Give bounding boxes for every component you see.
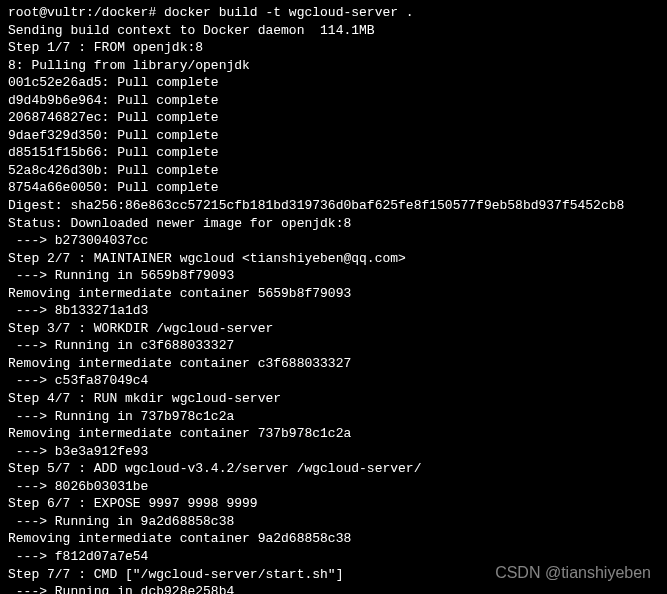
output-line: ---> 8026b03031be bbox=[8, 478, 659, 496]
output-line: 8: Pulling from library/openjdk bbox=[8, 57, 659, 75]
output-line: Removing intermediate container 9a2d6885… bbox=[8, 530, 659, 548]
output-line: Removing intermediate container 5659b8f7… bbox=[8, 285, 659, 303]
output-line: ---> Running in 737b978c1c2a bbox=[8, 408, 659, 426]
output-line: ---> Running in c3f688033327 bbox=[8, 337, 659, 355]
output-line: 9daef329d350: Pull complete bbox=[8, 127, 659, 145]
output-line: 52a8c426d30b: Pull complete bbox=[8, 162, 659, 180]
output-line: Step 5/7 : ADD wgcloud-v3.4.2/server /wg… bbox=[8, 460, 659, 478]
command-text: docker build -t wgcloud-server . bbox=[164, 5, 414, 20]
output-line: ---> Running in dcb928e258b4 bbox=[8, 583, 659, 594]
output-line: Status: Downloaded newer image for openj… bbox=[8, 215, 659, 233]
output-line: ---> b273004037cc bbox=[8, 232, 659, 250]
output-line: Step 3/7 : WORKDIR /wgcloud-server bbox=[8, 320, 659, 338]
output-line: Removing intermediate container c3f68803… bbox=[8, 355, 659, 373]
terminal-output[interactable]: root@vultr:/docker# docker build -t wgcl… bbox=[8, 4, 659, 594]
output-line: d85151f15b66: Pull complete bbox=[8, 144, 659, 162]
output-line: Digest: sha256:86e863cc57215cfb181bd3197… bbox=[8, 197, 659, 215]
output-line: Removing intermediate container 737b978c… bbox=[8, 425, 659, 443]
output-line: ---> Running in 9a2d68858c38 bbox=[8, 513, 659, 531]
output-line: Step 6/7 : EXPOSE 9997 9998 9999 bbox=[8, 495, 659, 513]
watermark: CSDN @tianshiyeben bbox=[495, 562, 651, 584]
output-line: 001c52e26ad5: Pull complete bbox=[8, 74, 659, 92]
output-line: Sending build context to Docker daemon 1… bbox=[8, 22, 659, 40]
command-line: root@vultr:/docker# docker build -t wgcl… bbox=[8, 4, 659, 22]
shell-prompt: root@vultr:/docker# bbox=[8, 5, 164, 20]
output-line: ---> Running in 5659b8f79093 bbox=[8, 267, 659, 285]
output-line: ---> b3e3a912fe93 bbox=[8, 443, 659, 461]
output-lines: Sending build context to Docker daemon 1… bbox=[8, 22, 659, 594]
output-line: ---> c53fa87049c4 bbox=[8, 372, 659, 390]
output-line: Step 1/7 : FROM openjdk:8 bbox=[8, 39, 659, 57]
output-line: 8754a66e0050: Pull complete bbox=[8, 179, 659, 197]
output-line: Step 2/7 : MAINTAINER wgcloud <tianshiye… bbox=[8, 250, 659, 268]
output-line: d9d4b9b6e964: Pull complete bbox=[8, 92, 659, 110]
output-line: 2068746827ec: Pull complete bbox=[8, 109, 659, 127]
output-line: ---> 8b133271a1d3 bbox=[8, 302, 659, 320]
output-line: Step 4/7 : RUN mkdir wgcloud-server bbox=[8, 390, 659, 408]
